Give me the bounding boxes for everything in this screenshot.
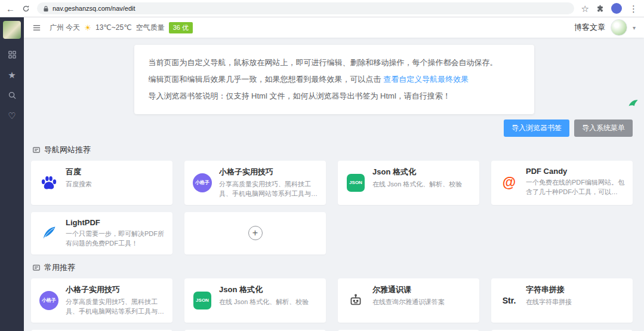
site-card-pdf-candy[interactable]: @ PDF Candy 一个免费在线的PDF编辑网站。包含了几十种PDF小工具，… [491, 161, 633, 205]
refresh-button[interactable] [22, 5, 30, 13]
notice-line-1: 当前页面为自定义导航，鼠标放在网站上，即可进行编辑、删除和移动操作，每个操作都会… [149, 54, 520, 71]
plus-icon: + [248, 226, 263, 240]
sidebar: ★ ♡ [0, 17, 24, 331]
weather-widget: 广州 今天 ☀ 13℃~25℃ 空气质量 36 优 [50, 22, 193, 33]
card-desc: 分享高质量实用技巧、黑科技工具、手机电脑网站等系列工具与干货！ [66, 298, 165, 317]
site-card-json-format[interactable]: JSON Json 格式化 在线 Json 格式化、解析、校验 [338, 161, 479, 205]
card-title: Json 格式化 [219, 284, 319, 295]
import-system-menu-button[interactable]: 导入系统菜单 [574, 119, 633, 137]
aqi-badge: 36 优 [169, 22, 193, 33]
common-sites-grid: 小格子 小格子实用技巧 分享高质量实用技巧、黑科技工具、手机电脑网站等系列工具与… [24, 278, 644, 331]
site-card-baidu[interactable]: 百度 百度搜索 [31, 161, 172, 205]
site-card-json-format-2[interactable]: JSON Json 格式化 在线 Json 格式化、解析、校验 [184, 278, 326, 323]
xiaogezi-badge-icon: 小格子 [38, 284, 60, 317]
add-site-card[interactable]: + [184, 212, 326, 255]
sun-icon: ☀ [84, 23, 91, 32]
site-card-xiaogezi[interactable]: 小格子 小格子实用技巧 分享高质量实用技巧、黑科技工具、手机电脑网站等系列工具与… [184, 161, 326, 205]
import-browser-bookmarks-button[interactable]: 导入浏览器书签 [504, 119, 569, 137]
search-icon[interactable] [8, 91, 17, 100]
notice-line-2: 编辑页面和编辑后效果几乎一致，如果您想看到最终效果，可以点击 查看自定义导航最终… [149, 71, 520, 88]
card-title: 百度 [66, 167, 165, 177]
site-card-lightpdf[interactable]: LightPDF 一个只需要一步，即可解决PDF所有问题的免费PDF工具！ [31, 212, 172, 255]
apps-grid-icon[interactable] [8, 50, 17, 59]
refresh-icon [22, 5, 30, 13]
card-desc: 分享高质量实用技巧、黑科技工具、手机电脑网站等系列工具与干货！ [219, 180, 319, 199]
pdf-candy-swirl-icon: @ [498, 167, 520, 199]
section-title-text: 导航网站推荐 [44, 145, 91, 155]
weather-city: 广州 今天 [50, 23, 80, 33]
card-desc: 在线 Json 格式化、解析、校验 [372, 180, 472, 189]
site-logo[interactable] [3, 21, 21, 39]
view-final-nav-link[interactable]: 查看自定义导航最终效果 [383, 75, 469, 84]
section-header-common: 常用推荐 [24, 262, 644, 273]
baidu-paw-icon [38, 167, 60, 199]
section-header-nav-sites: 导航网站推荐 [24, 145, 644, 155]
weather-temp: 13℃~25℃ [95, 23, 132, 32]
json-badge-icon: JSON [192, 284, 213, 317]
card-desc: 在线字符串拼接 [526, 298, 625, 307]
notice-line-3: 导入浏览器书签说明：仅支持 Html 文件，如何从浏览器导出书签为 Html，请… [149, 88, 520, 105]
site-card-erya[interactable]: 尔雅通识课 在线查询尔雅通识课答案 [338, 278, 479, 323]
page-topbar: 广州 今天 ☀ 13℃~25℃ 空气质量 36 优 博客文章 ▾ [24, 17, 644, 38]
card-desc: 在线 Json 格式化、解析、校验 [219, 298, 319, 307]
browser-profile-avatar[interactable] [611, 3, 622, 14]
notice-line-2-text: 编辑页面和编辑后效果几乎一致，如果您想看到最终效果，可以点击 [149, 75, 384, 84]
section-tag-icon [32, 146, 41, 154]
browser-menu-button[interactable]: ⋮ [629, 4, 638, 13]
extensions-button[interactable] [596, 5, 604, 13]
card-desc: 百度搜索 [66, 180, 165, 189]
card-title: PDF Candy [526, 167, 625, 176]
star-nav-icon[interactable]: ★ [8, 71, 16, 79]
nav-sites-grid: 百度 百度搜索 小格子 小格子实用技巧 分享高质量实用技巧、黑科技工具、手机电脑… [24, 161, 644, 255]
address-bar[interactable]: nav.geshanzsq.com/nav/edit [37, 2, 574, 14]
notice-card: 当前页面为自定义导航，鼠标放在网站上，即可进行编辑、删除和移动操作，每个操作都会… [134, 45, 534, 114]
page-content: 当前页面为自定义导航，鼠标放在网站上，即可进行编辑、删除和移动操作，每个操作都会… [24, 38, 644, 330]
blog-articles-link[interactable]: 博客文章 [574, 22, 605, 33]
padlock-icon [43, 5, 49, 12]
collapse-menu-icon[interactable] [32, 23, 41, 32]
heart-icon[interactable]: ♡ [8, 111, 16, 120]
main-area: 广州 今天 ☀ 13℃~25℃ 空气质量 36 优 博客文章 ▾ 当前页面为自定… [24, 17, 644, 331]
site-card-xiaogezi-2[interactable]: 小格子 小格子实用技巧 分享高质量实用技巧、黑科技工具、手机电脑网站等系列工具与… [31, 278, 172, 323]
section-tag-icon [32, 263, 41, 272]
browser-toolbar: ← nav.geshanzsq.com/nav/edit ☆ ⋮ [0, 0, 644, 17]
card-desc: 在线查询尔雅通识课答案 [372, 298, 472, 307]
air-quality-label: 空气质量 [136, 23, 165, 33]
card-title: 小格子实用技巧 [66, 284, 165, 295]
feedback-widget-icon[interactable] [627, 99, 639, 113]
section-title-text: 常用推荐 [44, 262, 75, 273]
chevron-down-icon[interactable]: ▾ [633, 24, 636, 31]
user-avatar[interactable] [611, 19, 627, 36]
card-title: 小格子实用技巧 [219, 167, 319, 177]
bookmark-star-button[interactable]: ☆ [581, 4, 589, 13]
feather-icon [38, 218, 60, 249]
xiaogezi-badge-icon: 小格子 [192, 167, 213, 199]
puzzle-icon [596, 5, 604, 13]
url-text: nav.geshanzsq.com/nav/edit [53, 5, 135, 12]
site-card-string-concat[interactable]: Str. 字符串拼接 在线字符串拼接 [491, 278, 633, 323]
card-title: Json 格式化 [372, 167, 472, 177]
str-text-icon: Str. [498, 284, 520, 317]
robot-icon [345, 284, 366, 317]
card-title: 尔雅通识课 [372, 284, 472, 295]
actions-row: 导入浏览器书签 导入系统菜单 [24, 114, 644, 137]
card-desc: 一个只需要一步，即可解决PDF所有问题的免费PDF工具！ [66, 229, 165, 249]
json-badge-icon: JSON [345, 167, 366, 199]
card-title: 字符串拼接 [526, 284, 625, 295]
card-desc: 一个免费在线的PDF编辑网站。包含了几十种PDF小工具，可以Word与PDF互.… [526, 178, 625, 197]
back-button[interactable]: ← [6, 4, 15, 13]
card-title: LightPDF [66, 218, 165, 227]
